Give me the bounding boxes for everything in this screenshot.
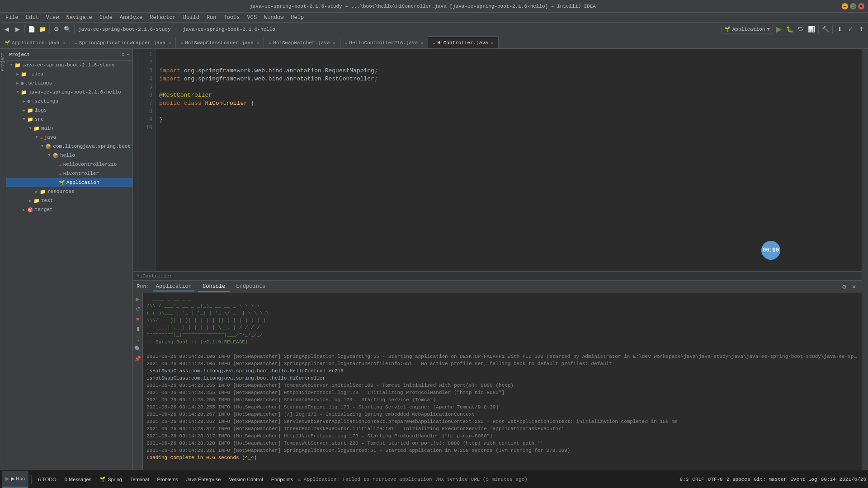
tree-icon-hi: ☕ [59,171,62,177]
console-rerun-btn[interactable]: ↺ [134,305,142,313]
status-event-log[interactable]: Event Log [790,477,817,482]
tab-close-hello216[interactable]: ✕ [420,40,423,46]
menu-window[interactable]: Window [260,14,287,22]
code-text[interactable]: import org.springframework.web.bind.anno… [156,49,862,271]
tree-java[interactable]: ▼ ☕ java [6,133,132,142]
tree-src[interactable]: ▼ 📁 src [6,115,132,124]
console-suspend-btn[interactable]: ⏸ [134,325,142,333]
project-hide-icon[interactable]: – [127,52,130,58]
menu-build[interactable]: Build [179,14,203,22]
tab-close-application[interactable]: ✕ [62,40,65,46]
menu-navigate[interactable]: Navigate [62,14,96,22]
tree-idea[interactable]: ▶ 📁 .idea [6,70,132,79]
git-update-button[interactable]: ⬇ [835,24,844,34]
taskbar-problems-button[interactable]: Problems [154,471,182,488]
tab-hotswap-watcher[interactable]: ☕ HotSwapWatcher.java ✕ [264,37,340,48]
tab-spring-wrapper[interactable]: ☕ SpringApplicationWrapper.java ✕ [70,37,176,48]
tree-arrow-root: ▼ [8,63,14,67]
toolbar-folder-button[interactable]: 📁 [38,24,47,34]
toolbar-file-button[interactable]: 📄 [27,24,37,34]
taskbar-run-button[interactable]: ▶ ▶ Run [2,471,28,488]
toolbar-separator-4 [818,25,819,33]
tree-settings[interactable]: ▶ ⚙ .settings [6,79,132,88]
toolbar-module-crumb[interactable]: java-ee-spring-boot-2.1.6-hello [181,27,277,32]
tab-hi-controller[interactable]: ☕ HiController.java ✕ [428,37,498,48]
taskbar-terminal-button[interactable]: Terminal [127,471,153,488]
run-button[interactable]: ▶ [774,24,784,34]
build-button[interactable]: 🔨 [821,24,830,34]
taskbar-java-enterprise-button[interactable]: Java Enterprise [183,471,224,488]
menu-code[interactable]: Code [96,14,116,22]
taskbar-messages-button[interactable]: 0 Messages [61,471,95,488]
toolbar-project-crumb[interactable]: java-ee-spring-boot-2.1.6-study [76,27,173,32]
panel-tab-endpoints[interactable]: Endpoints [231,282,270,292]
tree-module[interactable]: ▼ 📁 java-ee-spring-boot-2.1.6-hello [6,88,132,97]
console-scroll-btn[interactable]: ⤵ [134,335,142,343]
status-line-ending[interactable]: CRLF [692,477,704,482]
run-config-tab[interactable]: Application [153,282,194,291]
profiler-button[interactable]: 📊 [807,24,816,34]
console-pin-btn[interactable]: 📌 [134,355,142,363]
tab-spring-icon: 🌱 [5,40,10,46]
project-settings-icon[interactable]: ⚙ [122,51,125,58]
menu-help[interactable]: Help [287,14,307,22]
menu-vcs[interactable]: VCS [244,14,261,22]
taskbar-version-control-button[interactable]: Version Control [225,471,266,488]
tree-target[interactable]: ▶ 🎯 target [6,205,132,214]
tab-close-wrapper[interactable]: ✕ [168,40,171,46]
menu-tools[interactable]: Tools [220,14,244,22]
menu-edit[interactable]: Edit [22,14,42,22]
taskbar-spring-button[interactable]: 🌱 Spring [96,471,126,488]
toolbar-forward-button[interactable]: ▶ [13,24,23,34]
panel-settings-button[interactable]: ⚙ [840,283,848,291]
git-commit-button[interactable]: ✓ [845,24,855,34]
tree-application[interactable]: 🌱 Application [6,178,132,187]
tree-logs[interactable]: ▶ 📁 logs [6,106,132,115]
taskbar-endpoints-button[interactable]: Endpoints [268,471,297,488]
maximize-button[interactable]: □ [850,3,856,9]
tree-hello-controller216[interactable]: ☕ HelloController216 [6,160,132,169]
run-config-selector[interactable]: 🌱 Application ▼ [721,25,773,33]
taskbar-todo-button[interactable]: 6 TODO [34,471,60,488]
tree-arrow-target: ▶ [21,207,27,212]
tree-hello-pkg[interactable]: ▼ 📦 hello [6,151,132,160]
tree-resources[interactable]: ▶ 📁 resources [6,187,132,196]
toolbar-back-button[interactable]: ◀ [2,24,12,34]
status-git[interactable]: Git: master [754,477,787,482]
menu-run[interactable]: Run [203,14,220,22]
toolbar-search-button[interactable]: 🔍 [62,24,72,34]
run-coverage-button[interactable]: 🛡 [796,24,806,34]
menu-analyze[interactable]: Analyze [116,14,146,22]
tab-hello-controller216[interactable]: ☕ HelloController216.java ✕ [340,37,429,48]
tree-test[interactable]: ▶ 📁 test [6,196,132,205]
console-filter-btn[interactable]: 🔍 [134,345,142,353]
tree-icon-hello216: ☕ [59,162,62,168]
menu-file[interactable]: File [2,14,22,22]
tree-root[interactable]: ▼ 📁 java-ee-spring-boot-2.1.6-study [6,61,132,70]
status-position[interactable]: 8:3 [679,477,689,482]
tab-close-loader[interactable]: ✕ [256,40,259,46]
close-button[interactable]: ✕ [858,3,864,9]
panel-tab-console[interactable]: Console [198,282,230,292]
debug-button[interactable]: 🐛 [785,24,795,34]
tree-main[interactable]: ▼ 📁 main [6,124,132,133]
panel-close-button[interactable]: ✕ [850,283,858,291]
tab-close-hi[interactable]: ✕ [491,40,494,46]
console-stop-btn[interactable]: ■ [134,315,142,323]
menu-refactor[interactable]: Refactor [146,14,179,22]
tree-module-settings[interactable]: ▶ ⚙ .settings [6,97,132,106]
minimize-button[interactable]: ─ [842,3,848,9]
tree-package[interactable]: ▼ 📦 com.litongjava.spring.boot [6,142,132,151]
console-run-btn[interactable]: ▶ [134,295,142,303]
tree-hi-controller[interactable]: ☕ HiController [6,169,132,178]
console-output[interactable]: . ____ _ __ _ _ /\\ / ___'_ __ _ _(_)_ _… [143,293,862,470]
menu-view[interactable]: View [42,14,63,22]
git-push-button[interactable]: ⬆ [856,24,866,34]
tab-close-watcher[interactable]: ✕ [333,40,335,46]
tab-hotswap-loader[interactable]: ☕ HotSwapClassLoader.java ✕ [176,37,264,48]
status-indent[interactable]: 2 spaces [726,477,750,482]
status-encoding[interactable]: UTF-8 [708,477,723,482]
project-tool-button[interactable]: Project [0,51,6,73]
toolbar-settings-button[interactable]: ⚙ [52,24,61,34]
tab-application-java[interactable]: 🌱 Application.java ✕ [0,37,70,48]
